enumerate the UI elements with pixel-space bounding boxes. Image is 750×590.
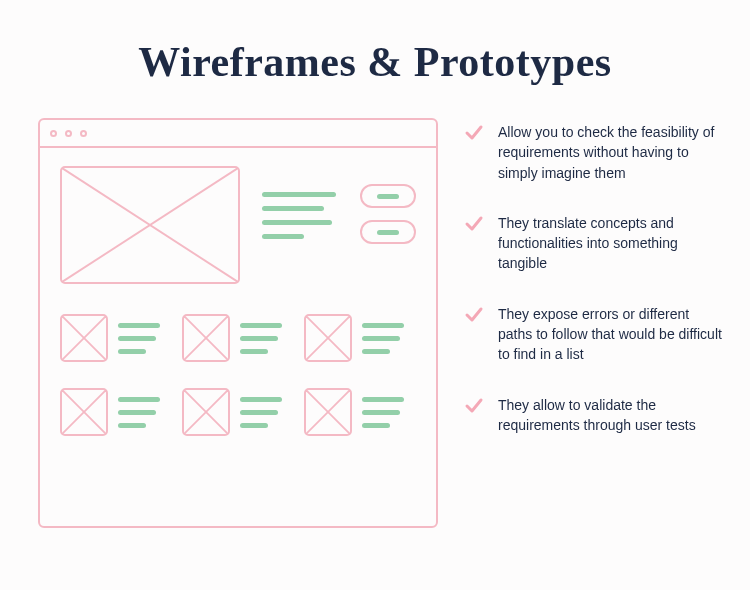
text-line — [262, 206, 324, 211]
text-line — [118, 410, 156, 415]
card-row — [60, 314, 416, 362]
wireframe-illustration — [38, 118, 438, 528]
image-placeholder — [182, 388, 230, 436]
check-icon — [464, 123, 484, 143]
text-line — [240, 349, 268, 354]
bullet-item: They translate concepts and functionalit… — [464, 213, 722, 274]
image-placeholder — [60, 388, 108, 436]
check-icon — [464, 305, 484, 325]
text-line — [362, 423, 390, 428]
card-row — [60, 388, 416, 436]
text-line — [262, 220, 332, 225]
window-titlebar — [40, 120, 436, 148]
card — [60, 388, 160, 436]
text-line — [362, 349, 390, 354]
text-line — [262, 234, 304, 239]
button-placeholder — [360, 220, 416, 244]
text-line — [118, 336, 156, 341]
card-grid — [60, 314, 416, 436]
text-line — [362, 397, 404, 402]
bullet-item: They allow to validate the requirements … — [464, 395, 722, 436]
text-line — [240, 423, 268, 428]
check-icon — [464, 214, 484, 234]
text-lines — [362, 397, 404, 428]
card — [304, 314, 404, 362]
content-area: Allow you to check the feasibility of re… — [0, 86, 750, 528]
text-line — [118, 349, 146, 354]
text-line — [240, 336, 278, 341]
window-dot — [65, 130, 72, 137]
card — [304, 388, 404, 436]
text-line — [362, 323, 404, 328]
button-placeholder — [360, 184, 416, 208]
image-placeholder — [304, 388, 352, 436]
text-line — [362, 410, 400, 415]
bullet-text: Allow you to check the feasibility of re… — [498, 122, 722, 183]
text-line — [240, 410, 278, 415]
bullet-item: Allow you to check the feasibility of re… — [464, 122, 722, 183]
text-lines — [362, 323, 404, 354]
text-line — [118, 323, 160, 328]
image-placeholder — [60, 166, 240, 284]
text-line — [262, 192, 336, 197]
text-line — [377, 194, 399, 199]
wireframe-body — [40, 148, 436, 526]
bullet-text: They translate concepts and functionalit… — [498, 213, 722, 274]
bullet-list: Allow you to check the feasibility of re… — [464, 118, 722, 528]
card — [60, 314, 160, 362]
text-line — [377, 230, 399, 235]
page-title: Wireframes & Prototypes — [0, 0, 750, 86]
card — [182, 388, 282, 436]
window-dot — [80, 130, 87, 137]
text-lines — [118, 397, 160, 428]
check-icon — [464, 396, 484, 416]
text-lines — [262, 166, 336, 239]
text-lines — [240, 323, 282, 354]
window-dot — [50, 130, 57, 137]
button-column — [360, 166, 416, 244]
text-line — [240, 323, 282, 328]
text-line — [118, 397, 160, 402]
text-line — [118, 423, 146, 428]
image-placeholder — [60, 314, 108, 362]
hero-row — [60, 166, 416, 284]
text-lines — [240, 397, 282, 428]
text-line — [362, 336, 400, 341]
bullet-text: They expose errors or different paths to… — [498, 304, 722, 365]
card — [182, 314, 282, 362]
text-line — [240, 397, 282, 402]
image-placeholder — [304, 314, 352, 362]
bullet-text: They allow to validate the requirements … — [498, 395, 722, 436]
image-placeholder — [182, 314, 230, 362]
bullet-item: They expose errors or different paths to… — [464, 304, 722, 365]
text-lines — [118, 323, 160, 354]
